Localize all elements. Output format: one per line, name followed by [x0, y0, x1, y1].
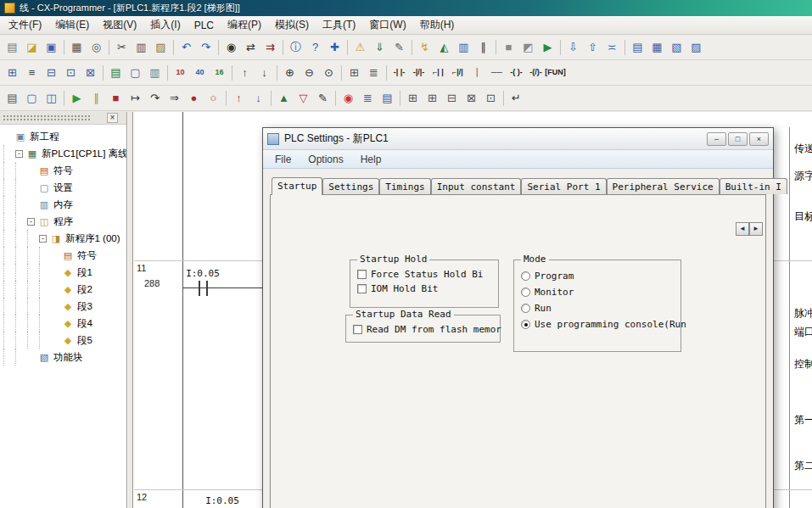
transfer-from-plc-button[interactable]: ⇧: [583, 38, 602, 56]
new-closed-contact-button[interactable]: -|/|-: [409, 64, 428, 81]
copy-button[interactable]: ▥: [132, 38, 151, 56]
undo-button[interactable]: ↶: [176, 38, 196, 56]
clear-breakpoints-button[interactable]: ○: [204, 89, 223, 107]
previous-reference-button[interactable]: ↑: [235, 64, 255, 81]
tab-peripheral-service[interactable]: Peripheral Service: [607, 178, 720, 194]
save-button[interactable]: ▣: [42, 38, 61, 56]
tree-item-plc1[interactable]: -▦新PLC1[CP1L] 离线: [3, 145, 126, 162]
print-preview-button[interactable]: ◎: [87, 38, 106, 56]
plc-settings-button[interactable]: ▢: [126, 64, 145, 81]
contact-icon[interactable]: [206, 281, 208, 296]
stop-button[interactable]: ■: [106, 89, 126, 107]
read-dm-from-flash-memor-checkbox[interactable]: Read DM from flash memor: [353, 324, 493, 335]
cut-button[interactable]: ✂: [112, 38, 132, 56]
run-button[interactable]: ▶: [67, 89, 87, 107]
new-coil-button[interactable]: -( )-: [507, 64, 526, 81]
output-window-button[interactable]: ▤: [628, 38, 647, 56]
compare-with-plc-button[interactable]: ≍: [602, 38, 622, 56]
drag-handle-icon[interactable]: [3, 114, 92, 122]
menu-item-2[interactable]: 视图(V): [96, 15, 143, 35]
monitor-radio[interactable]: Monitor: [521, 287, 674, 298]
contact-operand-label[interactable]: I:0.05: [200, 495, 244, 506]
auto-online-button[interactable]: ◭: [434, 38, 454, 56]
mnemonic-view-button[interactable]: ≡: [22, 64, 42, 81]
watch-sheet-button[interactable]: ≣: [358, 89, 378, 107]
grid-style-1-button[interactable]: ⊞: [403, 89, 423, 107]
monitor-signed-decimal-button[interactable]: 40: [190, 64, 210, 81]
redo-button[interactable]: ↷: [196, 38, 216, 56]
monitor-button[interactable]: ▥: [454, 38, 473, 56]
print-button[interactable]: ▦: [67, 38, 87, 56]
address-reference-window-button[interactable]: ▨: [686, 38, 706, 56]
menu-item-5[interactable]: 编程(P): [221, 15, 268, 35]
watch-window-button[interactable]: ▦: [647, 38, 667, 56]
menu-item-3[interactable]: 插入(I): [143, 15, 187, 35]
open-file-button[interactable]: ◪: [22, 38, 42, 56]
tree-item-section1[interactable]: ◆段1: [3, 264, 126, 281]
iom-hold-bit-checkbox[interactable]: IOM Hold Bit: [357, 283, 491, 294]
replace-button[interactable]: ⇄: [241, 38, 260, 56]
io-comment-view-button[interactable]: ⊡: [61, 64, 81, 81]
grid-toggle-button[interactable]: ⊞: [344, 64, 364, 81]
new-window-button[interactable]: ▢: [22, 89, 42, 107]
tab-built-in-i[interactable]: Built-in I: [720, 178, 787, 194]
compile-button[interactable]: ⚠: [350, 38, 370, 56]
grid-style-3-button[interactable]: ⊟: [442, 89, 462, 107]
toggle-project-workspace-button[interactable]: ▤: [3, 89, 22, 107]
memory-view-button[interactable]: ▥: [145, 64, 165, 81]
find-report-button[interactable]: ⇉: [260, 38, 280, 56]
run-mode-button[interactable]: ▶: [538, 38, 557, 56]
step-run-button[interactable]: ↦: [126, 89, 145, 107]
use-programming-console-run-radio[interactable]: Use programming console(Run: [521, 319, 674, 330]
dialog-menu-file[interactable]: File: [266, 151, 300, 168]
contact-icon[interactable]: [199, 281, 200, 296]
menu-item-8[interactable]: 窗口(W): [362, 15, 412, 35]
pause-monitoring-button[interactable]: ∥: [473, 38, 493, 56]
menu-item-1[interactable]: 编辑(E): [48, 15, 96, 35]
ladder-view-button[interactable]: ⊞: [3, 64, 22, 81]
tree-item-plc1-memory[interactable]: ▥内存: [3, 196, 126, 213]
cross-reference-window-button[interactable]: ▧: [667, 38, 686, 56]
new-or-closed-contact-button[interactable]: ⌐|/|: [448, 64, 468, 81]
dialog-menu-help[interactable]: Help: [352, 151, 390, 168]
transfer-to-plc-button[interactable]: ⇩: [563, 38, 583, 56]
tab-timings[interactable]: Timings: [379, 178, 430, 194]
monitor-hex-button[interactable]: 16: [210, 64, 229, 81]
menu-item-7[interactable]: 工具(T): [316, 15, 362, 35]
about-button[interactable]: ⓘ: [286, 38, 305, 56]
menu-item-9[interactable]: 帮助(H): [413, 15, 462, 35]
tab-input-constant[interactable]: Input constant: [431, 178, 522, 194]
zoom-to-fit-button[interactable]: ⊙: [319, 64, 339, 81]
run-radio[interactable]: Run: [521, 303, 674, 314]
zoom-out-button[interactable]: ⊖: [300, 64, 319, 81]
expander-icon[interactable]: -: [39, 235, 47, 243]
program-mode-button[interactable]: ■: [499, 38, 518, 56]
tree-item-program1-symbols[interactable]: ▤符号: [3, 247, 126, 264]
force-off-button[interactable]: ▽: [294, 89, 313, 107]
io-table-button[interactable]: ▤: [106, 64, 126, 81]
dialog-minimize-button[interactable]: –: [707, 132, 726, 146]
tab-serial-port-1[interactable]: Serial Port 1: [521, 178, 606, 194]
workspace-splitter[interactable]: [128, 112, 133, 508]
grid-style-4-button[interactable]: ⊠: [462, 89, 481, 107]
traffic-light-button[interactable]: ◉: [339, 89, 358, 107]
differential-up-button[interactable]: ↑: [229, 89, 249, 107]
new-contact-button[interactable]: -| |-: [389, 64, 409, 81]
menu-item-6[interactable]: 模拟(S): [268, 15, 316, 35]
next-reference-button[interactable]: ↓: [255, 64, 274, 81]
tab-scroll-left-button[interactable]: ◄: [736, 222, 749, 236]
workspace-close-button[interactable]: ×: [107, 113, 118, 123]
program-radio[interactable]: Program: [521, 271, 674, 282]
new-or-contact-button[interactable]: ⌐| |: [428, 64, 448, 81]
new-vertical-button[interactable]: │: [468, 64, 487, 81]
tab-startup[interactable]: Startup: [272, 177, 322, 195]
tree-item-section2[interactable]: ◆段2: [3, 281, 126, 298]
tree-item-section3[interactable]: ◆段3: [3, 298, 126, 315]
menu-item-0[interactable]: 文件(F): [2, 15, 48, 35]
tab-scroll-right-button[interactable]: ►: [749, 222, 763, 236]
dialog-maximize-button[interactable]: □: [728, 132, 748, 146]
tree-item-section4[interactable]: ◆段4: [3, 315, 126, 332]
output-sheet-button[interactable]: ▤: [378, 89, 397, 107]
step-over-button[interactable]: ↷: [145, 89, 165, 107]
tree-item-plc1-symbols[interactable]: ▤符号: [3, 162, 126, 179]
